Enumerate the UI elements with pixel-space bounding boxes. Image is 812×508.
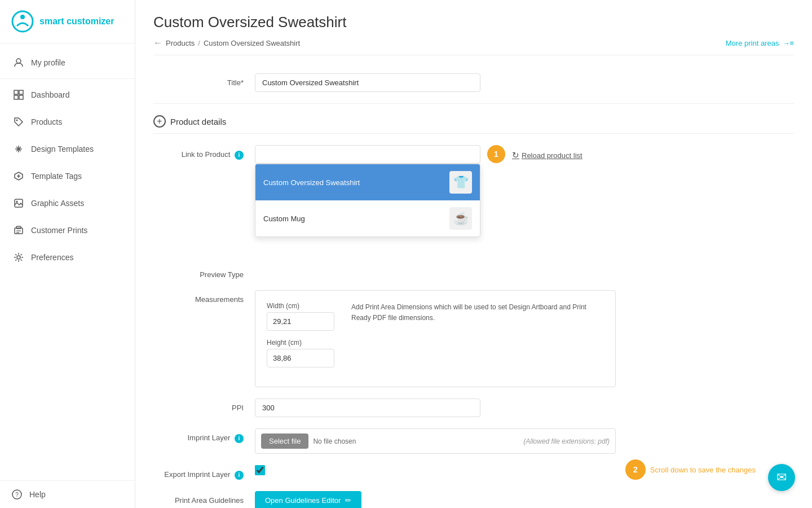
reload-icon: ↻ bbox=[512, 150, 519, 160]
preview-type-row: Preview Type bbox=[153, 265, 794, 279]
select-file-button[interactable]: Select file bbox=[261, 433, 308, 449]
breadcrumb-separator: / bbox=[198, 39, 200, 47]
imprint-layer-info-icon[interactable]: i bbox=[235, 434, 244, 443]
logo: smart customizer bbox=[0, 0, 135, 43]
dropdown-item-sweatshirt-label: Custom Oversized Sweatshirt bbox=[263, 178, 360, 187]
sidebar-label-products: Products bbox=[31, 117, 62, 126]
ppi-input[interactable] bbox=[255, 398, 480, 417]
mug-thumbnail: ☕ bbox=[449, 207, 472, 230]
sidebar-label-template-tags: Template Tags bbox=[31, 172, 82, 181]
preview-type-label: Preview Type bbox=[153, 265, 255, 279]
ppi-row: PPI bbox=[153, 398, 794, 417]
sidebar: smart customizer My profile Dashboard Pr… bbox=[0, 0, 135, 508]
dropdown-item-mug-label: Custom Mug bbox=[263, 214, 305, 223]
print-area-guidelines-row: Print Area Guidelines Open Guidelines Ed… bbox=[153, 491, 794, 508]
height-input[interactable] bbox=[267, 349, 334, 367]
svg-rect-4 bbox=[19, 90, 23, 94]
height-label: Height (cm) bbox=[267, 339, 334, 347]
sidebar-item-products[interactable]: Products bbox=[0, 108, 135, 135]
breadcrumb-products-link[interactable]: Products bbox=[166, 39, 195, 47]
sidebar-item-dashboard[interactable]: Dashboard bbox=[0, 81, 135, 108]
breadcrumb: ← Products / Custom Oversized Sweatshirt… bbox=[153, 38, 794, 55]
logo-icon bbox=[11, 10, 34, 33]
title-input[interactable] bbox=[255, 73, 480, 92]
dropdown-item-sweatshirt[interactable]: Custom Oversized Sweatshirt 👕 bbox=[255, 164, 480, 200]
width-label: Width (cm) bbox=[267, 302, 334, 310]
sidebar-label-customer-prints: Customer Prints bbox=[31, 226, 87, 235]
reload-product-list-btn[interactable]: ↻ Reload product list bbox=[512, 145, 582, 160]
page-title: Custom Oversized Sweatshirt bbox=[153, 14, 794, 31]
allowed-extensions-text: (Allowed file extensions: pdf) bbox=[523, 437, 610, 445]
width-input[interactable] bbox=[267, 312, 334, 331]
sidebar-item-template-tags[interactable]: Template Tags bbox=[0, 163, 135, 190]
svg-point-21 bbox=[17, 256, 20, 259]
sidebar-item-help[interactable]: ? Help bbox=[0, 480, 135, 508]
design-templates-icon bbox=[13, 143, 24, 155]
svg-point-7 bbox=[16, 120, 18, 121]
graphic-assets-icon bbox=[13, 198, 24, 209]
main-header: Custom Oversized Sweatshirt ← Products /… bbox=[135, 0, 812, 62]
help-icon: ? bbox=[11, 489, 23, 500]
person-icon bbox=[13, 57, 24, 68]
print-area-guidelines-label: Print Area Guidelines bbox=[153, 491, 255, 505]
measurements-row: Measurements Width (cm) Height (cm) Add … bbox=[153, 290, 794, 387]
main-content: Custom Oversized Sweatshirt ← Products /… bbox=[135, 0, 812, 508]
chat-icon: ✉ bbox=[776, 470, 787, 485]
link-to-product-dropdown: Custom Oversized Sweatshirt 👕 Custom Mug… bbox=[255, 164, 480, 237]
form-section: Title* + Product details Link to Product… bbox=[135, 62, 812, 508]
section-title: Product details bbox=[170, 117, 226, 126]
ppi-label: PPI bbox=[153, 398, 255, 412]
sidebar-item-graphic-assets[interactable]: Graphic Assets bbox=[0, 190, 135, 217]
sidebar-label-graphic-assets: Graphic Assets bbox=[31, 199, 84, 208]
sidebar-item-customer-prints[interactable]: Customer Prints bbox=[0, 217, 135, 244]
file-row: Select file No file chosen (Allowed file… bbox=[255, 428, 616, 454]
template-tags-icon bbox=[13, 170, 24, 182]
badge-1: 1 bbox=[487, 145, 505, 163]
sidebar-label-my-profile: My profile bbox=[31, 58, 65, 67]
svg-rect-6 bbox=[19, 95, 23, 99]
link-to-product-row: Link to Product i Custom Oversized Sweat… bbox=[153, 145, 794, 164]
guidelines-edit-icon: ✏ bbox=[345, 496, 351, 505]
sidebar-item-preferences[interactable]: Preferences bbox=[0, 244, 135, 271]
logo-text: smart customizer bbox=[39, 16, 114, 27]
link-to-product-label: Link to Product i bbox=[153, 145, 255, 160]
svg-rect-3 bbox=[14, 90, 18, 94]
section-expand-icon[interactable]: + bbox=[153, 115, 166, 128]
sweatshirt-thumbnail: 👕 bbox=[449, 171, 472, 194]
svg-text:?: ? bbox=[15, 492, 19, 498]
sidebar-item-my-profile[interactable]: My profile bbox=[0, 49, 135, 76]
sidebar-label-dashboard: Dashboard bbox=[31, 90, 70, 99]
sidebar-nav: My profile Dashboard Products Design Tem… bbox=[0, 43, 135, 480]
dropdown-item-mug[interactable]: Custom Mug ☕ bbox=[255, 200, 480, 237]
sidebar-item-design-templates[interactable]: Design Templates bbox=[0, 135, 135, 163]
export-imprint-info-icon[interactable]: i bbox=[235, 471, 244, 480]
more-print-areas-icon: →≡ bbox=[782, 39, 794, 47]
help-label: Help bbox=[29, 490, 46, 499]
section-header: + Product details bbox=[153, 115, 794, 134]
title-row: Title* bbox=[153, 73, 794, 92]
grid-icon bbox=[13, 89, 24, 100]
breadcrumb-back-arrow[interactable]: ← bbox=[153, 38, 162, 48]
link-to-product-info-icon[interactable]: i bbox=[235, 151, 244, 160]
preferences-icon bbox=[13, 252, 24, 263]
svg-rect-5 bbox=[14, 95, 18, 99]
measurements-fields: Width (cm) Height (cm) bbox=[267, 302, 334, 375]
measurements-label: Measurements bbox=[153, 290, 255, 304]
no-file-text: No file chosen bbox=[313, 437, 356, 445]
scroll-badge: 2 bbox=[625, 459, 646, 480]
export-imprint-checkbox[interactable] bbox=[255, 465, 265, 475]
measurements-box: Width (cm) Height (cm) Add Print Area Di… bbox=[255, 290, 616, 387]
link-to-product-input[interactable] bbox=[255, 145, 480, 164]
more-print-areas-link[interactable]: More print areas →≡ bbox=[726, 39, 794, 47]
breadcrumb-current: Custom Oversized Sweatshirt bbox=[204, 39, 300, 47]
tag-icon bbox=[13, 116, 24, 128]
sidebar-label-preferences: Preferences bbox=[31, 253, 73, 262]
svg-point-2 bbox=[16, 59, 21, 63]
title-label: Title* bbox=[153, 73, 255, 87]
open-guidelines-editor-button[interactable]: Open Guidelines Editor ✏ bbox=[255, 491, 361, 508]
svg-point-1 bbox=[20, 15, 25, 19]
svg-point-0 bbox=[12, 11, 33, 32]
imprint-layer-label: Imprint Layer i bbox=[153, 428, 255, 443]
chat-button[interactable]: ✉ bbox=[768, 464, 795, 491]
link-to-product-dropdown-wrapper: Custom Oversized Sweatshirt 👕 Custom Mug… bbox=[255, 145, 480, 164]
